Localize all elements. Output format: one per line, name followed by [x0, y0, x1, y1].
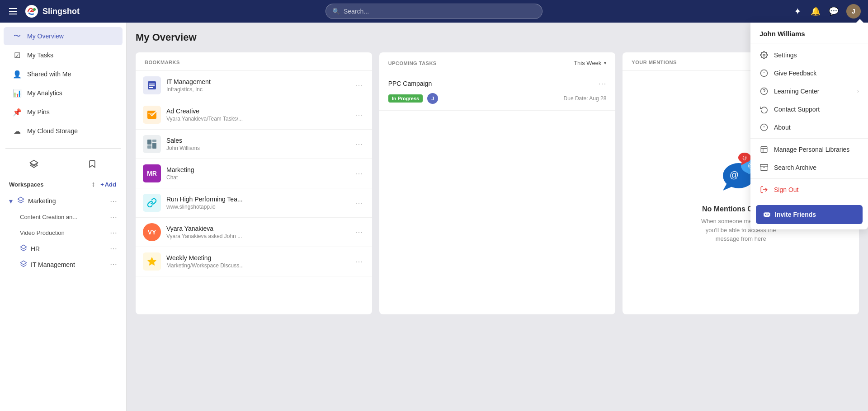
- chevron-down-icon: ▾: [604, 61, 606, 65]
- svg-text:@: @: [730, 170, 739, 180]
- dropdown-item-label: Search Archive: [774, 164, 859, 171]
- sidebar-item-label: My Analytics: [27, 89, 62, 97]
- bookmark-info: Weekly Meeting Marketing/Workspace Discu…: [166, 254, 353, 269]
- bookmark-item[interactable]: Weekly Meeting Marketing/Workspace Discu…: [136, 247, 372, 276]
- invite-btn-label: Invite Friends: [775, 211, 816, 218]
- sidebar-item-my-cloud-storage[interactable]: ☁ My Cloud Storage: [4, 122, 123, 140]
- svg-point-22: [763, 54, 765, 56]
- messages-icon[interactable]: 💬: [828, 6, 839, 17]
- bookmark-sub: www.slingshotapp.io: [166, 204, 353, 210]
- dropdown-item-give-feedback[interactable]: Give Feedback: [750, 64, 868, 82]
- tasks-list: PPC Campaign ⋯ In Progress J Due Date: A…: [379, 72, 616, 314]
- bookmark-name: Vyara Yanakieva: [166, 225, 353, 232]
- sub-workspace-more-button[interactable]: ⋯: [110, 213, 117, 221]
- bookmark-name: Ad Creative: [166, 107, 353, 115]
- dropdown-item-about[interactable]: About: [750, 118, 868, 136]
- task-name: PPC Campaign: [388, 80, 432, 87]
- sidebar-item-my-analytics[interactable]: 📊 My Analytics: [4, 84, 123, 102]
- bookmark-sub: Vyara Yanakieva/Team Tasks/...: [166, 116, 353, 122]
- workspace-item-it-management[interactable]: IT Management ⋯: [0, 257, 126, 272]
- workspace-more-button[interactable]: ⋯: [110, 197, 117, 206]
- bookmark-item[interactable]: Sales John Williams ⋯: [136, 130, 372, 159]
- task-filter-button[interactable]: This Week ▾: [574, 60, 606, 66]
- dropdown-item-contact-support[interactable]: Contact Support: [750, 100, 868, 118]
- task-more-button[interactable]: ⋯: [598, 79, 606, 89]
- sidebar-item-my-tasks[interactable]: ☑ My Tasks: [4, 46, 123, 64]
- workspace-label: IT Management: [31, 261, 110, 268]
- mentions-title: Your Mentions: [632, 60, 676, 65]
- bookmark-more-button[interactable]: ⋯: [353, 137, 365, 151]
- user-avatar[interactable]: J: [846, 4, 861, 19]
- sidebar-item-label: My Cloud Storage: [27, 127, 78, 135]
- sort-workspaces-button[interactable]: ↕: [90, 179, 96, 189]
- learning-icon: [760, 87, 769, 96]
- dropdown-item-search-archive[interactable]: Search Archive: [750, 159, 868, 177]
- svg-marker-3: [18, 197, 24, 201]
- svg-text:@: @: [742, 155, 747, 160]
- bookmark-more-button[interactable]: ⋯: [353, 167, 365, 180]
- notifications-icon[interactable]: 🔔: [810, 6, 821, 17]
- task-item[interactable]: PPC Campaign ⋯ In Progress J Due Date: A…: [379, 72, 616, 111]
- workspace-sub-content-creation[interactable]: Content Creation an... ⋯: [0, 209, 126, 225]
- sub-workspace-more-button[interactable]: ⋯: [110, 229, 117, 237]
- bookmark-sub: Chat: [166, 174, 353, 181]
- workspace-sub-video-production[interactable]: Video Production ⋯: [0, 225, 126, 241]
- bookmark-item[interactable]: VY Vyara Yanakieva Vyara Yanakieva asked…: [136, 218, 372, 247]
- dropdown-item-learning-center[interactable]: Learning Center ›: [750, 82, 868, 100]
- dropdown-item-label: Learning Center: [774, 88, 852, 95]
- sidebar-item-shared-with-me[interactable]: 👤 Shared with Me: [4, 65, 123, 83]
- workspace-item-hr[interactable]: HR ⋯: [0, 241, 126, 257]
- task-due-date: Due Date: Aug 28: [564, 95, 607, 102]
- bookmark-thumb: [143, 194, 161, 212]
- app-name: Slingshot: [42, 7, 80, 16]
- bookmark-item[interactable]: IT Management Infragistics, Inc ⋯: [136, 71, 372, 100]
- sidebar-item-my-overview[interactable]: 〜 My Overview: [4, 27, 123, 45]
- search-box[interactable]: 🔍: [326, 4, 542, 19]
- hamburger-menu[interactable]: [7, 6, 19, 16]
- bookmark-item[interactable]: MR Marketing Chat ⋯: [136, 159, 372, 188]
- bookmark-item[interactable]: Ad Creative Vyara Yanakieva/Team Tasks/.…: [136, 100, 372, 130]
- sidebar-item-label: My Tasks: [27, 51, 53, 59]
- bookmark-item[interactable]: Run High Performing Tea... www.slingshot…: [136, 188, 372, 218]
- workspace-label: HR: [31, 245, 110, 252]
- dropdown-item-manage-libraries[interactable]: Manage Personal Libraries: [750, 140, 868, 159]
- task-filter-label: This Week: [574, 60, 601, 66]
- search-input[interactable]: [344, 8, 536, 15]
- bookmark-more-button[interactable]: ⋯: [353, 255, 365, 268]
- add-workspace-button[interactable]: + Add: [99, 180, 117, 189]
- dropdown-item-settings[interactable]: Settings: [750, 46, 868, 64]
- workspace-layers-icon: [20, 260, 27, 269]
- bookmark-name: Sales: [166, 137, 353, 144]
- workspace-item-marketing[interactable]: ▾ Marketing ⋯: [0, 193, 126, 209]
- svg-rect-34: [760, 164, 768, 166]
- workspace-more-button[interactable]: ⋯: [110, 260, 117, 269]
- task-assignee-avatar: J: [427, 93, 438, 104]
- svg-marker-4: [20, 245, 26, 249]
- bookmark-more-button[interactable]: ⋯: [353, 225, 365, 239]
- bookmark-tab[interactable]: [64, 156, 121, 172]
- feedback-icon: [760, 69, 769, 78]
- about-icon: [760, 123, 769, 132]
- sidebar-item-label: Shared with Me: [27, 70, 71, 78]
- task-item-header: PPC Campaign ⋯: [388, 79, 607, 89]
- bookmark-more-button[interactable]: ⋯: [353, 79, 365, 92]
- bookmark-thumb: VY: [143, 223, 161, 241]
- app-header: Slingshot 🔍 ✦ 🔔 💬 J: [0, 0, 868, 23]
- header-left: Slingshot: [7, 4, 80, 19]
- invite-friends-button[interactable]: 🎟 Invite Friends: [756, 205, 863, 224]
- sidebar-item-my-pins[interactable]: 📌 My Pins: [4, 103, 123, 121]
- sidebar-tabs: [0, 152, 126, 176]
- bookmarks-title: Bookmarks: [145, 60, 180, 65]
- bookmark-more-button[interactable]: ⋯: [353, 108, 365, 121]
- bookmark-more-button[interactable]: ⋯: [353, 196, 365, 210]
- tasks-title: Upcoming Tasks: [388, 61, 437, 66]
- sidebar-divider: [5, 148, 121, 149]
- dropdown-item-sign-out[interactable]: Sign Out: [750, 181, 868, 199]
- svg-rect-8: [149, 85, 155, 86]
- ai-sparkle-icon[interactable]: ✦: [792, 6, 803, 17]
- bookmark-info: Run High Performing Tea... www.slingshot…: [166, 196, 353, 210]
- bookmark-thumb: [143, 106, 161, 124]
- sidebar-item-label: My Overview: [27, 33, 64, 40]
- layers-tab[interactable]: [5, 156, 62, 172]
- workspace-more-button[interactable]: ⋯: [110, 244, 117, 253]
